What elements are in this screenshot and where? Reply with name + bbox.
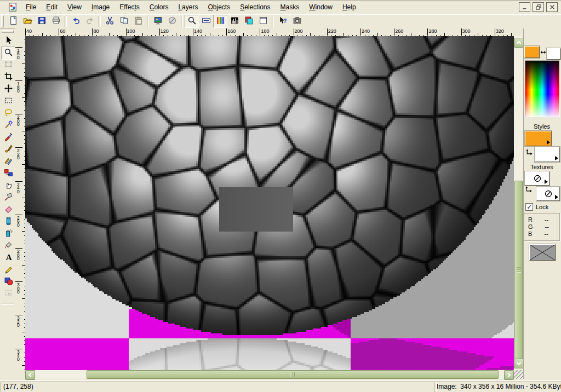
- scroll-right-button[interactable]: [504, 370, 514, 380]
- tool-paintbrush[interactable]: [1, 143, 15, 156]
- tool-draw[interactable]: [1, 263, 15, 276]
- swap-colors-icon[interactable]: [540, 48, 547, 55]
- tool-dropper[interactable]: [1, 131, 15, 144]
- horizontal-scrollbar[interactable]: [25, 370, 514, 379]
- undo-icon: [71, 16, 81, 27]
- flyout-arrow-icon: [555, 195, 558, 199]
- tool-flood-fill[interactable]: [1, 239, 15, 252]
- tool-deformation[interactable]: [1, 59, 15, 72]
- preset-shapes-icon: [4, 276, 13, 288]
- tool-clone-brush[interactable]: [1, 155, 15, 168]
- toggle-color-palette-button[interactable]: [213, 15, 227, 28]
- copy-button[interactable]: [117, 15, 131, 28]
- ruler-tick: [327, 28, 328, 36]
- screen-capture-button[interactable]: [290, 15, 304, 28]
- color-palette-panel: Styles Textures ✓ Lock: [524, 28, 561, 379]
- horizontal-scroll-thumb[interactable]: [87, 370, 499, 379]
- tool-color-replacer[interactable]: [1, 167, 15, 180]
- menu-objects[interactable]: Objects: [203, 2, 235, 13]
- tool-retouch[interactable]: [1, 179, 15, 192]
- tool-picture-tube[interactable]: [1, 215, 15, 228]
- ruler-label: 300: [462, 28, 471, 34]
- histogram-window-icon: [230, 16, 239, 27]
- menu-view[interactable]: View: [62, 2, 87, 13]
- vertical-scrollbar[interactable]: [514, 36, 523, 370]
- menu-layers[interactable]: Layers: [173, 2, 203, 13]
- save-button[interactable]: [35, 15, 49, 28]
- tool-crop[interactable]: [1, 71, 15, 84]
- flyout-arrow-icon: [545, 180, 548, 184]
- histogram-window-button[interactable]: [227, 15, 242, 28]
- full-screen-preview-button[interactable]: [151, 15, 165, 28]
- menu-help[interactable]: Help: [337, 2, 361, 13]
- menu-colors[interactable]: Colors: [145, 2, 174, 13]
- foreground-color-swatch[interactable]: [524, 46, 540, 58]
- ruler-label: 2 8 0: [17, 250, 20, 261]
- tool-airbrush[interactable]: [1, 227, 15, 240]
- menu-edit[interactable]: Edit: [41, 2, 62, 13]
- tool-palette-grip[interactable]: [2, 30, 14, 33]
- scroll-left-button[interactable]: [25, 370, 35, 380]
- horizontal-ruler: 4060801001201401601802002202402602803003…: [15, 28, 524, 37]
- menu-selections[interactable]: Selections: [235, 2, 275, 13]
- background-color-swatch[interactable]: [547, 48, 560, 60]
- new-button[interactable]: [6, 15, 20, 28]
- color-replacer-icon: [4, 168, 13, 180]
- scroll-up-button[interactable]: [514, 38, 524, 48]
- minimize-button[interactable]: [519, 2, 530, 12]
- menu-effects[interactable]: Effects: [115, 2, 144, 13]
- tool-object-selector[interactable]: [1, 287, 15, 301]
- toolbar-separator: [99, 16, 101, 27]
- browse-button[interactable]: [165, 15, 179, 28]
- undo-button[interactable]: [68, 15, 83, 28]
- cut-button[interactable]: [102, 15, 117, 28]
- tool-scratch-remover[interactable]: [1, 191, 15, 204]
- ruler-label: 2 4 0: [17, 183, 20, 194]
- ruler-label: 1 8 0: [17, 82, 20, 93]
- swap-styles-icon[interactable]: [525, 148, 534, 157]
- toggle-layer-palette-button[interactable]: [256, 15, 270, 28]
- menu-file[interactable]: File: [21, 2, 41, 13]
- tool-selection[interactable]: [1, 95, 15, 108]
- tool-arrow[interactable]: [1, 34, 15, 48]
- available-colors-picker[interactable]: [525, 60, 560, 117]
- open-button[interactable]: [20, 15, 35, 28]
- swap-textures-icon[interactable]: [525, 186, 533, 194]
- menu-image[interactable]: Image: [87, 2, 115, 13]
- toolbar-grip[interactable]: [1, 15, 4, 27]
- vertical-ruler: 1 6 01 8 02 0 02 2 02 4 02 6 02 8 03 0 0…: [15, 36, 26, 370]
- current-color-well[interactable]: [529, 244, 556, 261]
- tool-eraser[interactable]: [1, 203, 15, 216]
- restore-button[interactable]: [533, 2, 544, 12]
- text-icon: A: [4, 252, 13, 264]
- texture-foreground-swatch[interactable]: [525, 171, 549, 186]
- toggle-tool-options-button[interactable]: [242, 15, 256, 28]
- deformation-icon: [4, 60, 13, 71]
- tool-mover[interactable]: [1, 83, 15, 96]
- tool-zoom[interactable]: [1, 47, 15, 60]
- zoom-button[interactable]: [185, 15, 199, 28]
- context-help-button[interactable]: ?: [276, 15, 290, 28]
- menu-masks[interactable]: Masks: [276, 2, 305, 13]
- close-button[interactable]: [546, 2, 558, 12]
- image-canvas[interactable]: [25, 36, 514, 370]
- paste-button[interactable]: [131, 15, 145, 28]
- texture-background-swatch[interactable]: [536, 187, 560, 201]
- image-bitmap[interactable]: [25, 36, 514, 370]
- scroll-down-button[interactable]: [514, 359, 524, 368]
- rgb-value-g: --: [545, 223, 549, 230]
- ruler-label: 320: [496, 28, 504, 34]
- tool-preset-shapes[interactable]: [1, 275, 15, 289]
- print-button[interactable]: [49, 15, 63, 28]
- menu-window[interactable]: Window: [304, 2, 337, 13]
- ruler-tick: [15, 80, 22, 81]
- normal-viewing-button[interactable]: [199, 15, 213, 28]
- tool-text[interactable]: A: [1, 251, 15, 264]
- standard-toolbar: ?: [0, 14, 561, 29]
- style-foreground-swatch[interactable]: [525, 131, 552, 146]
- tool-magic-wand[interactable]: [1, 119, 15, 132]
- ruler-tick: [15, 181, 22, 182]
- tool-freehand[interactable]: [1, 107, 15, 120]
- redo-button[interactable]: [83, 15, 97, 28]
- style-background-swatch[interactable]: [535, 147, 560, 162]
